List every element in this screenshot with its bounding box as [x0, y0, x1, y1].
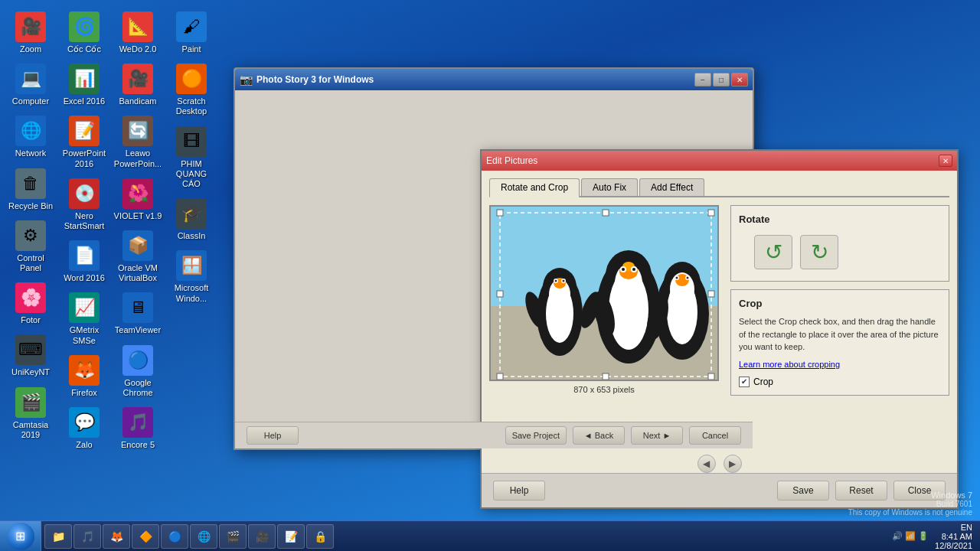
- lock-icon: 🔒: [313, 530, 327, 543]
- taskbar-chrome[interactable]: 🔵: [161, 524, 188, 549]
- tab-add-effect[interactable]: Add Effect: [639, 178, 704, 196]
- svg-point-19: [622, 268, 625, 271]
- taskbar-camtasia[interactable]: 🎬: [219, 524, 247, 549]
- crop-description: Select the Crop check box, and then drag…: [739, 315, 941, 354]
- taskbar-bandicam[interactable]: 🎥: [248, 524, 276, 549]
- minimize-button[interactable]: −: [694, 73, 711, 86]
- icon-zoom[interactable]: 🎥 Zoom: [4, 8, 57, 58]
- taskbar-firefox[interactable]: 🦊: [103, 524, 130, 549]
- camtasia-taskbar-icon: 🎬: [226, 530, 240, 543]
- icon-phim[interactable]: 🎞 PHIM QUANG CÁO: [165, 122, 218, 194]
- edit-dialog-title: Edit Pictures: [486, 155, 939, 166]
- system-tray: 🔊 📶 🔋: [892, 531, 929, 541]
- taskbar: ⊞ 📁 🎵 🦊 🔶 🔵 🌐 🎬: [0, 520, 980, 551]
- svg-point-9: [555, 280, 557, 282]
- svg-rect-35: [497, 210, 503, 216]
- taskbar-media[interactable]: 🎵: [74, 524, 101, 549]
- icon-bandicam[interactable]: 🎥 Bandicam: [111, 60, 165, 110]
- win7-line3: This copy of Windows is not genuine: [848, 508, 972, 517]
- icon-fotor[interactable]: 🌸 Fotor: [4, 279, 57, 329]
- svg-rect-37: [708, 210, 714, 216]
- help-button[interactable]: Help: [493, 481, 545, 500]
- tab-rotate-crop[interactable]: Rotate and Crop: [489, 178, 580, 197]
- icon-violet[interactable]: 🌺 VIOLET v1.9: [111, 174, 165, 225]
- image-frame: [489, 205, 719, 381]
- edit-main-content: 870 x 653 pixels Rotate ↺: [489, 205, 949, 450]
- photostory-window: 📷 Photo Story 3 for Windows − □ ✕ Edit P…: [234, 67, 754, 450]
- crop-checkbox-label: Crop: [753, 377, 773, 387]
- firefox-taskbar-icon: 🦊: [109, 530, 123, 543]
- tab-auto-fix[interactable]: Auto Fix: [581, 178, 638, 196]
- rotate-section: Rotate ↺ ↻: [730, 205, 949, 282]
- icon-recycle-bin[interactable]: 🗑 Recycle Bin: [4, 165, 57, 215]
- svg-point-28: [676, 277, 678, 279]
- icon-camtasia[interactable]: 🎬 Camtasia 2019: [4, 383, 57, 444]
- save-button[interactable]: Save: [777, 481, 829, 500]
- close-button[interactable]: ✕: [731, 73, 748, 86]
- taskbar-ppt[interactable]: 📝: [277, 524, 305, 549]
- icon-powerpoint[interactable]: 📝 PowerPoint 2016: [57, 112, 111, 172]
- app4-icon: 🔶: [139, 530, 152, 543]
- outer-help-button[interactable]: Help: [247, 426, 299, 445]
- icon-wedo[interactable]: 📐 WeDo 2.0: [111, 8, 165, 58]
- taskbar-app4[interactable]: 🔶: [132, 524, 159, 549]
- icon-google-chrome[interactable]: 🔵 Google Chrome: [111, 341, 165, 402]
- svg-point-29: [687, 277, 689, 279]
- photostory-title: Photo Story 3 for Windows: [256, 74, 694, 85]
- next-arrow-button[interactable]: ▶: [724, 455, 742, 473]
- taskbar-lock[interactable]: 🔒: [306, 524, 334, 549]
- start-button[interactable]: ⊞: [0, 521, 41, 552]
- rotate-right-button[interactable]: ↻: [800, 235, 838, 269]
- image-size-label: 870 x 653 pixels: [489, 385, 719, 394]
- outer-next-button[interactable]: Next ►: [631, 426, 683, 445]
- icon-network[interactable]: 🌐 Network: [4, 112, 57, 162]
- taskbar-ie[interactable]: 🌐: [190, 524, 217, 549]
- explorer-icon: 📁: [51, 530, 65, 543]
- edit-dialog-titlebar[interactable]: Edit Pictures ✕: [482, 151, 957, 171]
- outer-window-bottom: Help Save Project ◄ Back Next ► Cancel: [235, 422, 753, 448]
- outer-cancel-button[interactable]: Cancel: [689, 426, 741, 445]
- icon-oracle[interactable]: 📦 Oracle VM VirtualBox: [111, 227, 165, 287]
- start-orb: ⊞: [7, 523, 34, 550]
- outer-back-button[interactable]: ◄ Back: [573, 426, 625, 445]
- icon-teamviewer[interactable]: 🖥 TeamViewer: [111, 289, 165, 339]
- icon-unikey[interactable]: ⌨ UniKeyNT: [4, 331, 57, 381]
- maximize-button[interactable]: □: [713, 73, 730, 86]
- tray-icons: 🔊 📶 🔋: [892, 531, 929, 541]
- clock-time: 8:41 AM: [935, 532, 972, 541]
- icon-leawo[interactable]: 🔄 Leawo PowerPoin...: [111, 112, 165, 172]
- edit-dialog-close-button[interactable]: ✕: [939, 155, 952, 167]
- learn-more-link[interactable]: Learn more about cropping: [739, 360, 941, 369]
- icon-coc-coc[interactable]: 🌀 Cốc Cốc: [57, 8, 111, 58]
- icon-nero[interactable]: 💿 Nero StartSmart: [57, 174, 111, 235]
- icon-firefox[interactable]: 🦊 Firefox: [57, 351, 111, 402]
- rotate-title: Rotate: [739, 214, 941, 225]
- desktop: 🎥 Zoom 💻 Computer 🌐 Network 🗑 Recycle Bi…: [0, 0, 980, 551]
- icon-encore[interactable]: 🎵 Encore 5: [111, 403, 165, 454]
- icon-scratch[interactable]: 🟠 Scratch Desktop: [165, 60, 218, 120]
- photostory-titlebar[interactable]: 📷 Photo Story 3 for Windows − □ ✕: [235, 69, 753, 90]
- prev-arrow-button[interactable]: ◀: [697, 455, 716, 473]
- icon-excel[interactable]: 📊 Excel 2016: [57, 60, 111, 110]
- win7-line1: Windows 7: [848, 491, 972, 500]
- icon-computer[interactable]: 💻 Computer: [4, 60, 57, 110]
- icon-microsoft-window[interactable]: 🪟 Microsoft Windo...: [165, 246, 218, 307]
- icon-paint[interactable]: 🖌 Paint: [165, 8, 218, 58]
- win7-notice: Windows 7 Build 7601 This copy of Window…: [848, 491, 972, 517]
- outer-save-project-button[interactable]: Save Project: [505, 426, 567, 445]
- icon-classin[interactable]: 🎓 ClassIn: [165, 194, 218, 245]
- window-controls: − □ ✕: [694, 73, 748, 86]
- rotate-left-button[interactable]: ↺: [754, 235, 792, 269]
- svg-point-5: [546, 285, 573, 343]
- clock-area[interactable]: EN 8:41 AM 12/8/2021: [935, 523, 972, 550]
- ie-icon: 🌐: [197, 530, 211, 543]
- icon-zalo[interactable]: 💬 Zalo: [57, 403, 111, 454]
- icon-control-panel[interactable]: ⚙ Control Panel: [4, 217, 57, 277]
- icon-word[interactable]: 📄 Word 2016: [57, 236, 111, 287]
- desktop-icons: 🎥 Zoom 💻 Computer 🌐 Network 🗑 Recycle Bi…: [0, 0, 222, 497]
- crop-section: Crop Select the Crop check box, and then…: [730, 289, 949, 396]
- icon-gmetrix[interactable]: 📈 GMetrix SMSe: [57, 289, 111, 349]
- ppt-taskbar-icon: 📝: [284, 530, 298, 543]
- crop-checkbox[interactable]: ✔: [739, 377, 750, 387]
- taskbar-explorer[interactable]: 📁: [44, 524, 72, 549]
